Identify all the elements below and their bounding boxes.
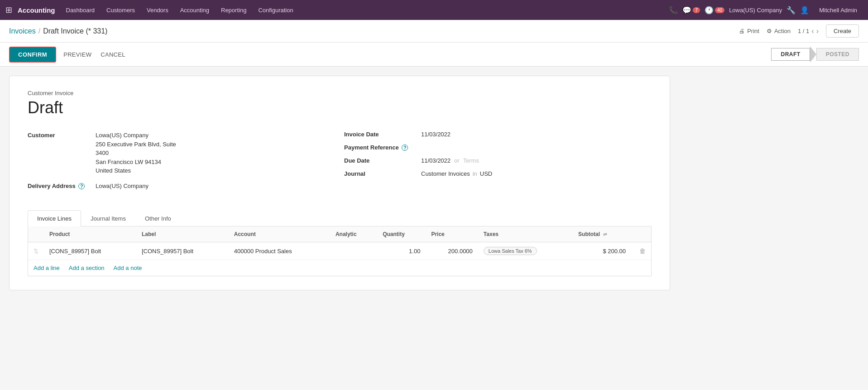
next-page-arrow[interactable]: › xyxy=(816,27,819,35)
td-subtotal: $ 200.00 xyxy=(573,242,631,260)
user-avatar[interactable]: 👤 xyxy=(800,6,809,14)
td-label[interactable]: [CONS_89957] Bolt xyxy=(136,242,229,260)
action-button[interactable]: ⚙ Action xyxy=(767,28,791,34)
table-row: ⇅ [CONS_89957] Bolt [CONS_89957] Bolt 40… xyxy=(28,242,651,260)
invoice-card: Customer Invoice Draft Customer Lowa(US)… xyxy=(9,76,670,290)
th-price: Price xyxy=(426,226,478,242)
td-price[interactable]: 200.0000 xyxy=(426,242,478,260)
breadcrumb-current: Draft Invoice (* 331) xyxy=(43,27,107,35)
confirm-button[interactable]: CONFIRM xyxy=(9,47,56,63)
table-actions: Add a line Add a section Add a note xyxy=(28,260,651,276)
delivery-address-field: Delivery Address ? Lowa(US) Company xyxy=(28,182,335,191)
breadcrumb-actions: 🖨 Print ⚙ Action 1 / 1 ‹ › Create xyxy=(739,24,859,38)
page-navigation: 1 / 1 ‹ › xyxy=(798,27,819,35)
delete-row-icon[interactable]: 🗑 xyxy=(639,247,646,255)
invoice-lines-table-wrapper: Product Label Account Analytic Quantity … xyxy=(28,226,652,276)
journal-label: Journal xyxy=(344,170,421,177)
invoice-lines-table: Product Label Account Analytic Quantity … xyxy=(28,226,651,260)
journal-field: Journal Customer Invoices in USD xyxy=(344,170,652,177)
th-taxes: Taxes xyxy=(478,226,573,242)
journal-in-label: in xyxy=(473,170,477,177)
tab-invoice-lines[interactable]: Invoice Lines xyxy=(28,210,81,226)
action-bar-left: CONFIRM PREVIEW CANCEL xyxy=(9,47,127,63)
th-actions xyxy=(631,226,651,242)
status-draft[interactable]: DRAFT xyxy=(771,48,810,61)
invoice-type-label: Customer Invoice xyxy=(28,90,652,96)
payment-ref-label: Payment Reference ? xyxy=(344,144,421,151)
nav-configuration[interactable]: Configuration xyxy=(253,4,298,16)
preview-button[interactable]: PREVIEW xyxy=(62,48,93,62)
journal-currency: USD xyxy=(480,170,492,177)
customer-label: Customer xyxy=(28,131,96,139)
company-name: Lowa(US) Company xyxy=(729,7,782,14)
terms-placeholder[interactable]: Terms xyxy=(463,157,479,164)
th-product: Product xyxy=(44,226,136,242)
status-posted[interactable]: POSTED xyxy=(816,48,859,61)
td-account[interactable]: 400000 Product Sales xyxy=(229,242,330,260)
tab-other-info[interactable]: Other Info xyxy=(135,210,181,226)
printer-icon: 🖨 xyxy=(739,28,745,34)
grid-icon[interactable]: ⊞ xyxy=(5,5,12,15)
th-account: Account xyxy=(229,226,330,242)
add-section-button[interactable]: Add a section xyxy=(69,265,105,271)
nav-menu: Dashboard Customers Vendors Accounting R… xyxy=(61,4,667,16)
nav-accounting[interactable]: Accounting xyxy=(175,4,215,16)
clock-icon[interactable]: 🕐 40 xyxy=(705,6,724,14)
action-bar: CONFIRM PREVIEW CANCEL DRAFT POSTED xyxy=(0,43,868,67)
th-analytic: Analytic xyxy=(330,226,377,242)
invoice-date-value[interactable]: 11/03/2022 xyxy=(421,131,451,138)
payment-ref-help-icon[interactable]: ? xyxy=(402,144,408,151)
td-drag[interactable]: ⇅ xyxy=(28,242,44,260)
main-content: Customer Invoice Draft Customer Lowa(US)… xyxy=(0,67,679,308)
th-quantity: Quantity xyxy=(377,226,426,242)
delivery-address-value[interactable]: Lowa(US) Company xyxy=(96,182,149,191)
top-navigation: ⊞ Accounting Dashboard Customers Vendors… xyxy=(0,0,868,20)
td-quantity[interactable]: 1.00 xyxy=(377,242,426,260)
th-label: Label xyxy=(136,226,229,242)
invoice-date-label: Invoice Date xyxy=(344,131,421,138)
settings-icon[interactable]: 🔧 xyxy=(786,6,796,14)
breadcrumb: Invoices / Draft Invoice (* 331) xyxy=(9,27,107,35)
tab-journal-items[interactable]: Journal Items xyxy=(81,210,135,226)
td-product[interactable]: [CONS_89957] Bolt xyxy=(44,242,136,260)
tax-badge: Lowa Sales Tax 6% xyxy=(484,247,537,255)
nav-customers[interactable]: Customers xyxy=(101,4,140,16)
td-delete[interactable]: 🗑 xyxy=(631,242,651,260)
delivery-address-label: Delivery Address ? xyxy=(28,182,96,189)
form-left: Customer Lowa(US) Company 250 Executive … xyxy=(28,131,335,197)
brand-logo[interactable]: Accounting xyxy=(18,6,55,14)
print-button[interactable]: 🖨 Print xyxy=(739,28,759,34)
create-button[interactable]: Create xyxy=(826,24,859,38)
invoice-form: Customer Lowa(US) Company 250 Executive … xyxy=(28,131,652,197)
td-analytic[interactable] xyxy=(330,242,377,260)
payment-ref-field: Payment Reference ? xyxy=(344,144,652,151)
clock-badge: 40 xyxy=(715,7,724,13)
customer-value[interactable]: Lowa(US) Company 250 Executive Park Blvd… xyxy=(96,131,176,175)
invoice-tabs: Invoice Lines Journal Items Other Info xyxy=(28,210,652,226)
journal-value[interactable]: Customer Invoices xyxy=(421,170,470,177)
breadcrumb-separator: / xyxy=(38,27,40,35)
prev-page-arrow[interactable]: ‹ xyxy=(811,27,814,35)
support-icon[interactable]: 📞 xyxy=(669,6,678,14)
customer-field: Customer Lowa(US) Company 250 Executive … xyxy=(28,131,335,175)
nav-vendors[interactable]: Vendors xyxy=(141,4,174,16)
nav-right: 📞 💬 7 🕐 40 Lowa(US) Company 🔧 👤 Mitchell… xyxy=(669,4,863,16)
nav-reporting[interactable]: Reporting xyxy=(216,4,252,16)
nav-dashboard[interactable]: Dashboard xyxy=(61,4,101,16)
invoice-status-heading: Draft xyxy=(28,98,652,117)
cancel-button[interactable]: CANCEL xyxy=(99,48,127,62)
th-subtotal: Subtotal ⇄ xyxy=(573,226,631,242)
messages-icon[interactable]: 💬 7 xyxy=(682,6,700,14)
delivery-help-icon[interactable]: ? xyxy=(78,183,85,189)
due-date-value[interactable]: 11/03/2022 xyxy=(421,157,451,164)
add-note-button[interactable]: Add a note xyxy=(114,265,142,271)
page-info: 1 / 1 xyxy=(798,28,809,34)
drag-handle-icon[interactable]: ⇅ xyxy=(34,248,38,255)
breadcrumb-parent[interactable]: Invoices xyxy=(9,27,36,35)
add-line-button[interactable]: Add a line xyxy=(34,265,60,271)
subtotal-sort-icon[interactable]: ⇄ xyxy=(603,232,607,237)
gear-icon: ⚙ xyxy=(767,28,772,34)
or-label: or xyxy=(454,157,460,164)
td-taxes[interactable]: Lowa Sales Tax 6% xyxy=(478,242,573,260)
user-name[interactable]: Mitchell Admin xyxy=(814,4,863,16)
